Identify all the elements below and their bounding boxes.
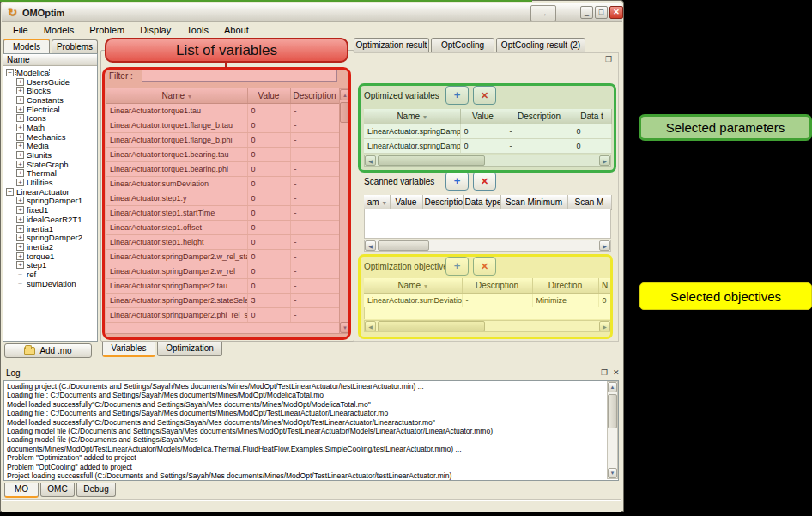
variable-row[interactable]: LinearActuator.torque1.bearing.tau 0 -: [106, 147, 339, 161]
variable-row[interactable]: LinearActuator.springDamper2.stateSelect…: [106, 293, 339, 307]
column-header-name[interactable]: Name▾: [364, 278, 462, 293]
variable-row[interactable]: LinearActuator.springDamper2.tau 0 -: [106, 278, 339, 293]
scroll-left-icon[interactable]: ◀: [365, 155, 376, 166]
tab-optimization[interactable]: Optimization: [157, 342, 222, 356]
tree-item[interactable]: UsersGuide: [3, 77, 97, 87]
remove-optimized-variable-button[interactable]: ✕: [473, 86, 496, 105]
tree-expand-toggle-icon[interactable]: [16, 252, 24, 260]
objectives-hscrollbar[interactable]: ◀ ▶: [364, 320, 611, 332]
tab-optcooling-result[interactable]: OptCooling result: [431, 38, 494, 52]
tree-expand-toggle-icon[interactable]: [16, 106, 24, 113]
optimized-variable-row[interactable]: LinearActuator.springDamper1.d 0 - 0: [364, 138, 611, 153]
scroll-down-icon[interactable]: ▼: [608, 468, 617, 478]
tree-item[interactable]: Math: [3, 123, 97, 132]
variable-row[interactable]: LinearActuator.step1.height 0 -: [106, 234, 339, 249]
tree-expand-toggle-icon[interactable]: [16, 114, 24, 122]
column-header-datatype[interactable]: Data type: [463, 195, 500, 209]
tree-item[interactable]: SIunits: [3, 150, 97, 160]
float-pane-icon[interactable]: ❐: [605, 55, 612, 64]
column-header-name[interactable]: am▾: [364, 195, 390, 209]
maximize-button[interactable]: □: [595, 6, 608, 19]
tree-item[interactable]: Electrical: [3, 105, 97, 114]
menu-item[interactable]: Display: [132, 24, 179, 36]
add-scanned-variable-button[interactable]: +: [445, 172, 469, 191]
scroll-up-icon[interactable]: ▲: [340, 89, 350, 100]
tree-expand-toggle-icon[interactable]: [16, 234, 24, 241]
tree-item[interactable]: inertia1: [3, 224, 97, 234]
scroll-up-icon[interactable]: ▲: [608, 382, 617, 392]
tree-item[interactable]: Blocks: [3, 86, 97, 95]
variable-row[interactable]: LinearActuator.sumDeviation 0 -: [106, 176, 339, 191]
tree-expand-toggle-icon[interactable]: [16, 243, 24, 251]
tree-item[interactable]: Constants: [3, 95, 97, 105]
tree-column-header[interactable]: Name: [3, 54, 97, 66]
scroll-right-icon[interactable]: ▶: [599, 240, 610, 251]
close-button[interactable]: ✕: [609, 6, 623, 19]
column-header-description[interactable]: Description: [462, 278, 532, 293]
tree-item[interactable]: step1: [3, 260, 97, 270]
tree-expand-toggle-icon[interactable]: [16, 197, 24, 204]
tree-expand-toggle-icon[interactable]: [16, 270, 24, 278]
tree-item[interactable]: LinearActuator: [3, 187, 97, 197]
scrollbar-thumb[interactable]: [378, 240, 429, 251]
tree-item[interactable]: StateGraph: [3, 160, 97, 169]
variable-row[interactable]: LinearActuator.springDamper2.w_rel_start…: [106, 249, 339, 264]
tree-expand-toggle-icon[interactable]: [16, 179, 24, 186]
title-bar[interactable]: ↻ OMOptim: [2, 3, 622, 22]
tab-variables[interactable]: Variables: [102, 342, 155, 357]
column-header-name[interactable]: Name▾: [364, 109, 460, 124]
tab-optcooling-result-2[interactable]: OptCooling result (2): [496, 38, 585, 52]
variable-row[interactable]: LinearActuator.springDamper2.phi_rel_sta…: [106, 307, 339, 322]
variable-row[interactable]: LinearActuator.torque1.tau 0 -: [106, 103, 339, 118]
tree-expand-toggle-icon[interactable]: [16, 151, 24, 159]
variable-row[interactable]: LinearActuator.step1.startTime 0 -: [106, 205, 339, 220]
objective-row[interactable]: LinearActuator.sumDeviation - Minimize 0: [364, 293, 611, 307]
variable-row[interactable]: LinearActuator.springDamper2.w_rel 0 -: [106, 264, 339, 278]
column-header-n[interactable]: N: [598, 278, 611, 293]
variable-row[interactable]: LinearActuator.torque1.flange_b.tau 0 -: [106, 118, 339, 132]
minimize-button[interactable]: _: [580, 6, 593, 19]
tree-item[interactable]: springDamper2: [3, 233, 97, 242]
tab-problems[interactable]: Problems: [52, 39, 98, 53]
scrollbar-thumb[interactable]: [378, 321, 485, 331]
column-header-scan-minimum[interactable]: Scan Minimum: [500, 195, 567, 209]
tab-optimization-result[interactable]: Optimization result: [354, 38, 429, 52]
tree-expand-toggle-icon[interactable]: [16, 216, 24, 223]
tree-expand-toggle-icon[interactable]: [16, 161, 24, 168]
remove-objective-button[interactable]: ✕: [473, 257, 496, 276]
tree-expand-toggle-icon[interactable]: [16, 96, 24, 104]
variable-row[interactable]: LinearActuator.torque1.flange_b.phi 0 -: [106, 132, 339, 147]
tab-omc[interactable]: OMC: [40, 483, 75, 497]
menu-item[interactable]: Models: [36, 24, 82, 36]
column-header-datatype[interactable]: Data t: [573, 109, 611, 124]
scrollbar-thumb[interactable]: [340, 102, 350, 123]
menu-item[interactable]: About: [216, 24, 257, 36]
tree-item[interactable]: ref: [3, 270, 97, 279]
scroll-right-icon[interactable]: ▶: [599, 321, 610, 331]
scroll-left-icon[interactable]: ◀: [365, 321, 376, 331]
tree-item[interactable]: inertia2: [3, 242, 97, 252]
column-header-description[interactable]: Description: [422, 195, 463, 209]
column-header-description[interactable]: Description: [290, 88, 339, 103]
filter-input[interactable]: [142, 69, 337, 82]
close-panel-icon[interactable]: ✕: [613, 368, 620, 377]
column-header-description[interactable]: Description: [506, 109, 573, 124]
scrollbar-thumb[interactable]: [608, 394, 617, 428]
tab-models[interactable]: Models: [3, 39, 50, 53]
tree-expand-toggle-icon[interactable]: [16, 124, 24, 131]
tree-item[interactable]: springDamper1: [3, 197, 97, 206]
tree-expand-toggle-icon[interactable]: [16, 142, 24, 149]
column-header-value[interactable]: Value: [390, 195, 422, 209]
scroll-right-icon[interactable]: ▶: [599, 155, 610, 166]
column-header-value[interactable]: Value: [460, 109, 506, 124]
optimized-variables-hscrollbar[interactable]: ◀ ▶: [364, 155, 611, 167]
scrollbar-thumb[interactable]: [378, 155, 485, 166]
tab-mo[interactable]: MO: [4, 483, 39, 498]
tree-expand-toggle-icon[interactable]: [16, 261, 24, 269]
menu-item[interactable]: Problem: [82, 24, 132, 36]
tree-item[interactable]: fixed1: [3, 205, 97, 215]
remove-scanned-variable-button[interactable]: ✕: [473, 172, 496, 191]
tree-expand-toggle-icon[interactable]: [16, 87, 24, 94]
forward-arrow-button[interactable]: →: [530, 5, 556, 21]
tree-expand-toggle-icon[interactable]: [16, 169, 24, 177]
